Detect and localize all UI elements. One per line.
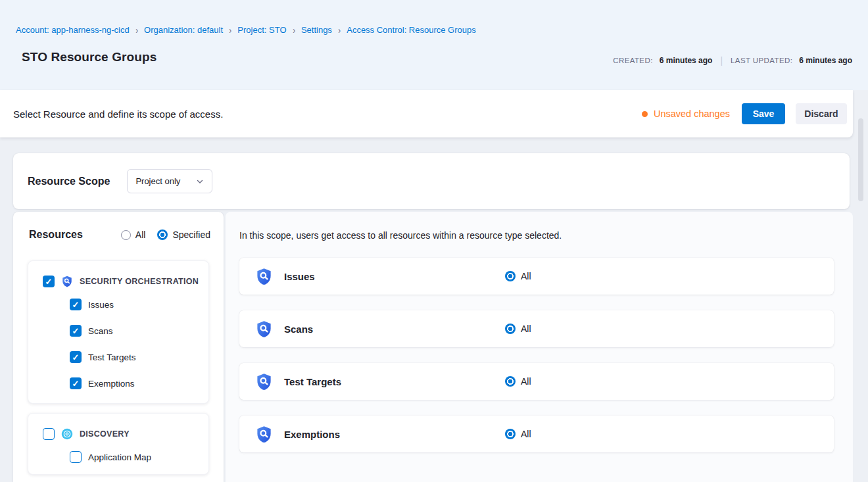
breadcrumb-organization[interactable]: Organization: default [144,25,223,35]
tree-item-test-targets: ✓ Test Targets [28,344,208,370]
access-radio-all[interactable]: All [505,324,531,334]
meta-divider: | [719,55,724,66]
access-all-label: All [521,324,531,334]
radio-selected-icon[interactable] [157,229,168,240]
resource-card-exemptions: Exemptions All [239,416,834,452]
tree-item-label: Issues [88,300,114,310]
header-meta: CREATED: 6 minutes ago | LAST UPDATED: 6… [613,55,852,66]
resource-scope-dropdown[interactable]: Project only [127,169,212,193]
resource-access-panel: In this scope, users get access to all r… [226,212,853,482]
breadcrumb-separator-icon: › [135,24,138,36]
toolbar-description: Select Resource and define its scope of … [13,108,223,120]
breadcrumb-separator-icon: › [293,24,295,36]
resources-title: Resources [29,229,83,241]
radio-selected-icon[interactable] [505,429,516,439]
breadcrumb-project[interactable]: Project: STO [237,25,286,35]
shield-search-icon [255,425,273,443]
checkbox-test-targets[interactable]: ✓ [70,351,82,363]
last-updated-value: 6 minutes ago [799,56,852,65]
tree-item-scans: ✓ Scans [28,318,208,344]
shield-search-icon [61,276,73,287]
access-radio-all[interactable]: All [505,271,531,281]
radio-selected-icon[interactable] [505,376,516,387]
shield-search-icon [255,320,273,338]
discard-button[interactable]: Discard [796,103,847,124]
checkbox-application-map[interactable] [70,451,82,463]
radio-specified-label: Specified [172,229,210,240]
radio-option-all[interactable]: All [121,229,146,240]
resource-scope-card: Resource Scope Project only [13,153,850,209]
group-checkbox-discovery[interactable] [43,428,55,440]
resource-card-test-targets: Test Targets All [239,363,834,400]
access-all-label: All [521,429,531,439]
tree-item-label: Test Targets [88,352,136,362]
page-title: STO Resource Groups [22,50,157,64]
resources-mode-radio-group: All Specified [121,229,210,240]
check-icon: ✓ [45,277,53,286]
vertical-scrollbar[interactable] [858,118,863,201]
created-value: 6 minutes ago [660,56,713,65]
resource-group-discovery: DISCOVERY Application Map [28,413,209,475]
unsaved-changes-label: Unsaved changes [654,108,730,119]
access-all-label: All [521,376,531,387]
resources-panel: Resources All Specified ✓ SECURITY ORCHE… [13,212,224,482]
group-checkbox-security-orchestration[interactable]: ✓ [43,276,55,287]
tree-item-label: Exemptions [88,379,135,389]
checkbox-scans[interactable]: ✓ [70,325,82,337]
radio-unselected-icon[interactable] [121,230,131,240]
resource-card-issues: Issues All [239,258,834,295]
breadcrumb-separator-icon: › [229,24,231,36]
tree-item-label: Application Map [88,452,151,462]
checkbox-exemptions[interactable]: ✓ [70,377,82,389]
breadcrumb-account[interactable]: Account: app-harness-ng-cicd [16,25,130,35]
page-header: Account: app-harness-ng-cicd › Organizat… [0,0,868,90]
check-icon: ✓ [72,327,80,335]
tree-item-application-map: Application Map [28,444,208,470]
tree-item-issues: ✓ Issues [28,291,208,318]
breadcrumb: Account: app-harness-ng-cicd › Organizat… [16,25,476,35]
tree-item-exemptions: ✓ Exemptions [28,370,208,397]
resource-scope-label: Resource Scope [28,176,110,187]
breadcrumb-separator-icon: › [338,24,341,36]
check-icon: ✓ [72,379,80,388]
check-icon: ✓ [72,353,80,362]
group-label: DISCOVERY [80,429,130,439]
unsaved-changes-badge: Unsaved changes [642,108,730,119]
resource-group-security-orchestration: ✓ SECURITY ORCHESTRATION ✓ Issues ✓ Scan… [28,260,209,404]
unsaved-dot-icon [642,111,648,117]
chevron-down-icon [196,178,204,185]
radio-selected-icon[interactable] [505,324,516,334]
scope-note: In this scope, users get access to all r… [239,230,562,241]
radio-selected-icon[interactable] [505,271,516,281]
save-button[interactable]: Save [742,103,785,124]
check-icon: ✓ [72,301,80,309]
last-updated-label: LAST UPDATED: [731,57,792,64]
save-toolbar: Select Resource and define its scope of … [0,90,853,137]
breadcrumb-access-control[interactable]: Access Control: Resource Groups [347,25,476,35]
resource-card-scans: Scans All [239,310,834,347]
checkbox-issues[interactable]: ✓ [70,299,82,310]
tree-item-label: Scans [88,326,113,336]
breadcrumb-settings[interactable]: Settings [301,25,332,35]
created-label: CREATED: [613,57,653,64]
resource-card-label: Test Targets [284,376,341,387]
resource-card-label: Issues [284,271,315,282]
radio-all-label: All [135,229,146,240]
radio-option-specified[interactable]: Specified [157,229,210,240]
group-label: SECURITY ORCHESTRATION [80,277,199,286]
resource-card-label: Exemptions [284,429,340,440]
resource-card-label: Scans [284,324,313,335]
radar-discovery-icon [61,428,73,440]
shield-search-icon [255,268,273,285]
resource-scope-selected-value: Project only [135,176,180,186]
access-all-label: All [521,271,531,281]
access-radio-all[interactable]: All [505,376,531,387]
shield-search-icon [255,373,273,391]
access-radio-all[interactable]: All [505,429,531,439]
